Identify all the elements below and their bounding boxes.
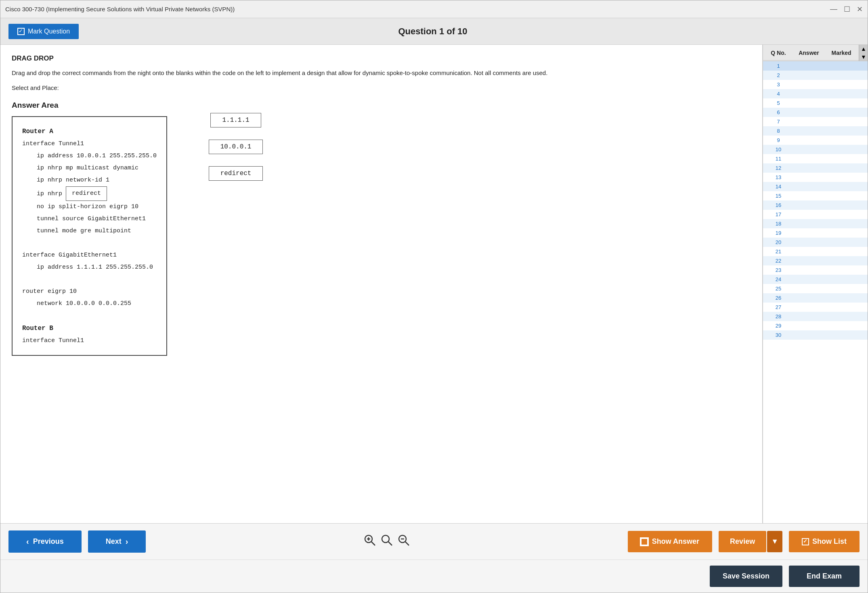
close-button[interactable]: ✕ bbox=[857, 5, 863, 14]
sidebar-row-num: 12 bbox=[766, 165, 790, 171]
sidebar-row-num: 23 bbox=[766, 267, 790, 273]
sidebar-row[interactable]: 2 bbox=[763, 71, 868, 80]
question-title: Question 1 of 10 bbox=[398, 26, 467, 37]
answer-code-box: Router A interface Tunnel1 ip address 10… bbox=[12, 116, 167, 356]
sidebar-row-num: 1 bbox=[766, 63, 790, 69]
sidebar-scroll-up[interactable]: ▲ bbox=[859, 45, 868, 53]
sidebar-row[interactable]: 18 bbox=[763, 219, 868, 228]
save-session-label: Save Session bbox=[723, 572, 769, 580]
sidebar-row-num: 3 bbox=[766, 81, 790, 88]
drag-item-2[interactable]: 10.0.0.1 bbox=[209, 140, 263, 154]
code-line-7: tunnel source GigabitEthernet1 bbox=[22, 213, 157, 225]
titlebar: Cisco 300-730 (Implementing Secure Solut… bbox=[0, 0, 868, 18]
sidebar-row[interactable]: 27 bbox=[763, 303, 868, 312]
drop-zone-1[interactable]: redirect bbox=[66, 186, 107, 201]
answer-area-label: Answer Area bbox=[12, 101, 167, 110]
sidebar-row-num: 11 bbox=[766, 156, 790, 162]
review-button[interactable]: Review bbox=[719, 531, 766, 552]
sidebar-row[interactable]: 11 bbox=[763, 154, 868, 163]
sidebar-row[interactable]: 17 bbox=[763, 210, 868, 219]
sidebar-row-num: 30 bbox=[766, 332, 790, 338]
sidebar-row[interactable]: 24 bbox=[763, 275, 868, 284]
sidebar-row[interactable]: 21 bbox=[763, 247, 868, 256]
footer-row1: ‹ Previous Next › bbox=[0, 523, 868, 560]
code-line-11: router eigrp 10 bbox=[22, 286, 157, 298]
sidebar-row[interactable]: 3 bbox=[763, 80, 868, 89]
sidebar-row[interactable]: 22 bbox=[763, 256, 868, 265]
code-line-3: ip nhrp mp multicast dynamic bbox=[22, 162, 157, 174]
sidebar-row-num: 16 bbox=[766, 202, 790, 208]
code-line-12: network 10.0.0.0 0.0.0.255 bbox=[22, 298, 157, 310]
sidebar-row[interactable]: 16 bbox=[763, 200, 868, 210]
sidebar-row[interactable]: 9 bbox=[763, 136, 868, 145]
save-session-button[interactable]: Save Session bbox=[710, 566, 782, 587]
sidebar-row-num: 9 bbox=[766, 137, 790, 143]
svg-line-7 bbox=[405, 542, 409, 545]
sidebar-row-num: 25 bbox=[766, 286, 790, 292]
sidebar-row[interactable]: 30 bbox=[763, 330, 868, 340]
show-list-checkbox-icon bbox=[802, 538, 809, 545]
sidebar-row-num: 18 bbox=[766, 221, 790, 227]
code-line-13: interface Tunnel1 bbox=[22, 335, 157, 347]
sidebar-row[interactable]: 25 bbox=[763, 284, 868, 293]
review-dropdown-button[interactable]: ▼ bbox=[767, 531, 782, 552]
drag-item-1[interactable]: 1.1.1.1 bbox=[210, 113, 261, 127]
sidebar-row[interactable]: 23 bbox=[763, 265, 868, 275]
drag-items-panel: 1.1.1.1 10.0.0.1 redirect bbox=[191, 101, 280, 193]
sidebar-row[interactable]: 1 bbox=[763, 61, 868, 71]
sidebar-row[interactable]: 26 bbox=[763, 293, 868, 303]
zoom-reset-button[interactable] bbox=[380, 534, 393, 549]
show-answer-button[interactable]: Show Answer bbox=[628, 531, 712, 552]
code-line-2: ip address 10.0.0.1 255.255.255.0 bbox=[22, 150, 157, 162]
sidebar-row[interactable]: 28 bbox=[763, 312, 868, 321]
code-line-8: tunnel mode gre multipoint bbox=[22, 225, 157, 237]
mark-checkbox-icon bbox=[17, 28, 25, 35]
next-chevron-icon: › bbox=[126, 537, 128, 546]
show-list-button[interactable]: Show List bbox=[789, 531, 860, 552]
sidebar-row-num: 20 bbox=[766, 239, 790, 245]
minimize-button[interactable]: — bbox=[830, 5, 837, 14]
footer-nav-left: ‹ Previous Next › bbox=[8, 530, 146, 553]
sidebar-row[interactable]: 14 bbox=[763, 182, 868, 191]
sidebar-row[interactable]: 6 bbox=[763, 108, 868, 117]
code-line-9: interface GigabitEthernet1 bbox=[22, 249, 157, 261]
code-line-1: interface Tunnel1 bbox=[22, 138, 157, 150]
sidebar-row[interactable]: 8 bbox=[763, 126, 868, 136]
review-group: Review ▼ bbox=[719, 531, 782, 552]
sidebar-row[interactable]: 7 bbox=[763, 117, 868, 126]
previous-button[interactable]: ‹ Previous bbox=[8, 530, 82, 553]
end-exam-button[interactable]: End Exam bbox=[789, 566, 860, 587]
sidebar-row-num: 21 bbox=[766, 248, 790, 255]
router-a-label: Router A bbox=[22, 125, 157, 138]
sidebar-row-num: 13 bbox=[766, 174, 790, 180]
mark-question-label: Mark Question bbox=[28, 28, 70, 35]
sidebar-row[interactable]: 12 bbox=[763, 163, 868, 173]
next-button[interactable]: Next › bbox=[88, 530, 146, 553]
next-label: Next bbox=[106, 537, 122, 546]
mark-question-button[interactable]: Mark Question bbox=[8, 24, 79, 39]
drag-item-3[interactable]: redirect bbox=[209, 166, 263, 181]
sidebar-row[interactable]: 10 bbox=[763, 145, 868, 154]
zoom-out-button[interactable] bbox=[397, 534, 410, 549]
sidebar-row-num: 19 bbox=[766, 230, 790, 236]
sidebar-scroll-down[interactable]: ▼ bbox=[859, 53, 868, 61]
sidebar-row[interactable]: 19 bbox=[763, 228, 868, 238]
zoom-in-button[interactable] bbox=[363, 534, 376, 549]
sidebar-row[interactable]: 29 bbox=[763, 321, 868, 330]
maximize-button[interactable]: ☐ bbox=[844, 5, 850, 14]
sidebar-row[interactable]: 15 bbox=[763, 191, 868, 200]
sidebar-row[interactable]: 5 bbox=[763, 98, 868, 108]
footer-session-controls: Save Session End Exam bbox=[710, 566, 860, 587]
show-answer-checkbox-icon bbox=[641, 538, 648, 545]
sidebar-row-num: 26 bbox=[766, 295, 790, 301]
sidebar-row-num: 10 bbox=[766, 146, 790, 152]
svg-point-4 bbox=[382, 535, 389, 543]
sidebar-row[interactable]: 13 bbox=[763, 173, 868, 182]
sidebar-row[interactable]: 20 bbox=[763, 238, 868, 247]
sidebar-row-num: 5 bbox=[766, 100, 790, 106]
show-answer-label: Show Answer bbox=[652, 537, 699, 546]
sidebar-row[interactable]: 4 bbox=[763, 89, 868, 98]
question-area: DRAG DROP Drag and drop the correct comm… bbox=[0, 45, 763, 523]
sidebar-row-num: 2 bbox=[766, 72, 790, 78]
code-line-5: ip nhrp redirect bbox=[22, 186, 157, 201]
